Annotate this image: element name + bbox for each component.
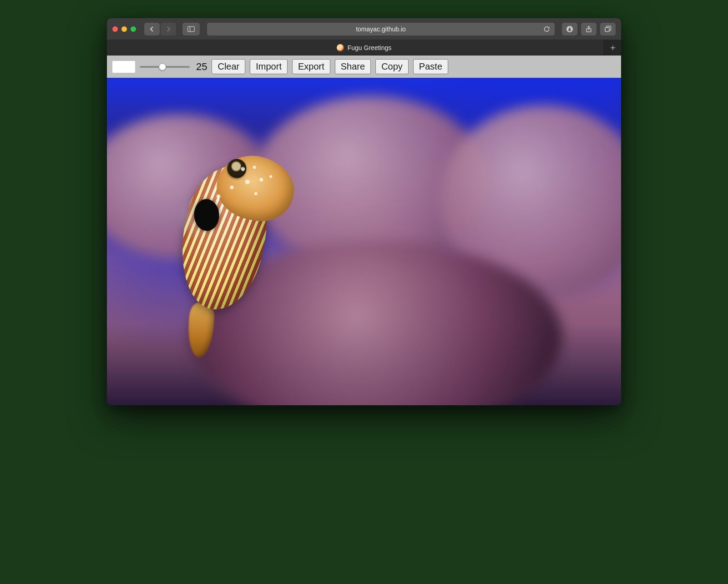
clear-button[interactable]: Clear (212, 59, 245, 74)
paste-button[interactable]: Paste (413, 59, 448, 74)
app-toolbar: 25 Clear Import Export Share Copy Paste (107, 55, 621, 78)
reload-icon[interactable] (543, 25, 550, 32)
copy-button[interactable]: Copy (375, 59, 409, 74)
nav-buttons (144, 23, 176, 35)
address-bar[interactable]: tomayac.github.io (207, 23, 555, 35)
tab-title: Fugu Greetings (348, 44, 392, 51)
export-button[interactable]: Export (292, 59, 330, 74)
drawing-canvas[interactable] (107, 78, 621, 405)
close-window-button[interactable] (112, 26, 118, 32)
browser-titlebar: tomayac.github.io (107, 18, 621, 40)
brush-size-slider[interactable] (140, 62, 190, 71)
brush-size-value: 25 (196, 61, 207, 73)
downloads-button[interactable] (562, 23, 577, 35)
color-picker[interactable] (112, 61, 135, 73)
fullscreen-window-button[interactable] (131, 26, 136, 32)
minimize-window-button[interactable] (121, 26, 127, 32)
slider-thumb[interactable] (159, 63, 166, 70)
window-controls (112, 26, 136, 32)
active-tab[interactable]: Fugu Greetings (337, 44, 392, 51)
sidebar-toggle-button[interactable] (182, 23, 200, 35)
back-button[interactable] (144, 23, 160, 35)
svg-rect-0 (188, 26, 194, 31)
browser-window: tomayac.github.io Fugu Greetings (107, 18, 621, 405)
url-text: tomayac.github.io (356, 25, 406, 33)
fugu-favicon-icon (337, 44, 344, 51)
tab-bar: Fugu Greetings (107, 40, 621, 55)
tabs-overview-button[interactable] (600, 23, 616, 35)
share-button[interactable] (581, 23, 597, 35)
forward-button (161, 23, 176, 35)
share-app-button[interactable]: Share (335, 59, 371, 74)
import-button[interactable]: Import (250, 59, 288, 74)
new-tab-button[interactable] (604, 40, 621, 55)
svg-rect-5 (605, 27, 609, 31)
titlebar-right-icons (562, 23, 616, 35)
